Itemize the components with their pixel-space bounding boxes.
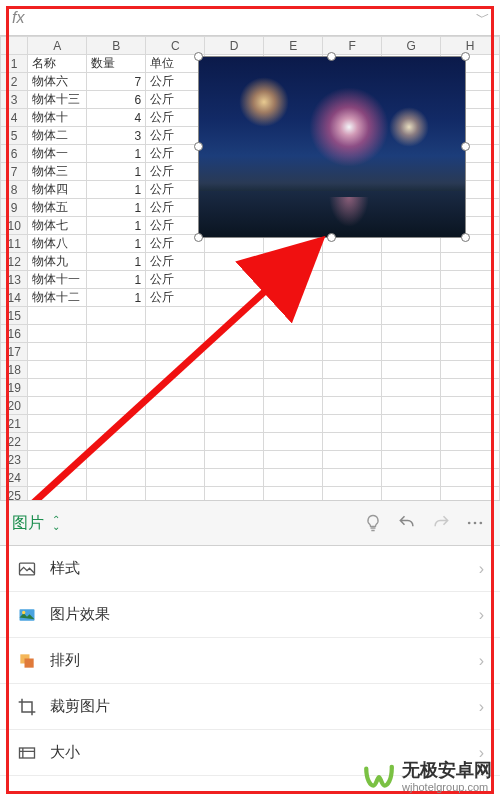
- cell[interactable]: [28, 343, 87, 361]
- menu-item-crop[interactable]: 裁剪图片 ›: [0, 684, 500, 730]
- col-header[interactable]: A: [28, 37, 87, 55]
- row-header[interactable]: 16: [1, 325, 28, 343]
- cell[interactable]: [87, 307, 146, 325]
- cell[interactable]: [205, 433, 264, 451]
- cell[interactable]: [87, 451, 146, 469]
- cell[interactable]: [205, 469, 264, 487]
- cell[interactable]: [441, 289, 500, 307]
- cell[interactable]: [146, 307, 205, 325]
- cell[interactable]: [441, 469, 500, 487]
- cell[interactable]: [264, 253, 323, 271]
- row-header[interactable]: 6: [1, 145, 28, 163]
- resize-handle[interactable]: [327, 233, 336, 242]
- cell[interactable]: [87, 361, 146, 379]
- row-header[interactable]: 14: [1, 289, 28, 307]
- cell[interactable]: 物体七: [28, 217, 87, 235]
- resize-handle[interactable]: [194, 52, 203, 61]
- cell[interactable]: 1: [87, 145, 146, 163]
- cell[interactable]: [28, 433, 87, 451]
- undo-icon[interactable]: [394, 510, 420, 536]
- cell[interactable]: 物体四: [28, 181, 87, 199]
- cell[interactable]: [323, 361, 382, 379]
- cell[interactable]: 1: [87, 181, 146, 199]
- cell[interactable]: [205, 451, 264, 469]
- formula-bar[interactable]: fx ﹀: [0, 0, 500, 36]
- cell[interactable]: 物体一: [28, 145, 87, 163]
- cell[interactable]: [264, 271, 323, 289]
- cell[interactable]: 1: [87, 235, 146, 253]
- cell[interactable]: 公斤: [146, 163, 205, 181]
- cell[interactable]: [382, 469, 441, 487]
- more-icon[interactable]: [462, 510, 488, 536]
- cell[interactable]: [441, 433, 500, 451]
- cell[interactable]: [264, 343, 323, 361]
- cell[interactable]: 1: [87, 163, 146, 181]
- row-header[interactable]: 15: [1, 307, 28, 325]
- cell[interactable]: [382, 253, 441, 271]
- cell[interactable]: [87, 397, 146, 415]
- cell[interactable]: [382, 415, 441, 433]
- row-header[interactable]: 18: [1, 361, 28, 379]
- cell[interactable]: 物体十一: [28, 271, 87, 289]
- cell[interactable]: [87, 379, 146, 397]
- cell[interactable]: [441, 451, 500, 469]
- spreadsheet-area[interactable]: A B C D E F G H 1名称数量单位2物体六7公斤3物体十三6公斤4物…: [0, 36, 500, 500]
- cell[interactable]: [382, 379, 441, 397]
- cell[interactable]: [323, 397, 382, 415]
- cell[interactable]: [264, 433, 323, 451]
- cell[interactable]: [441, 397, 500, 415]
- cell[interactable]: [28, 469, 87, 487]
- cell[interactable]: [146, 451, 205, 469]
- cell[interactable]: 物体十二: [28, 289, 87, 307]
- tab-selector-icon[interactable]: ⌃⌄: [52, 516, 60, 530]
- cell[interactable]: [87, 325, 146, 343]
- cell[interactable]: [205, 415, 264, 433]
- cell[interactable]: [441, 379, 500, 397]
- cell[interactable]: [323, 487, 382, 501]
- cell[interactable]: [28, 397, 87, 415]
- cell[interactable]: [264, 379, 323, 397]
- cell[interactable]: [323, 469, 382, 487]
- row-header[interactable]: 8: [1, 181, 28, 199]
- row-header[interactable]: 13: [1, 271, 28, 289]
- row-header[interactable]: 9: [1, 199, 28, 217]
- row-header[interactable]: 10: [1, 217, 28, 235]
- cell[interactable]: [323, 451, 382, 469]
- cell[interactable]: [205, 487, 264, 501]
- row-header[interactable]: 3: [1, 91, 28, 109]
- resize-handle[interactable]: [194, 233, 203, 242]
- cell[interactable]: [205, 253, 264, 271]
- col-header[interactable]: H: [441, 37, 500, 55]
- cell[interactable]: 公斤: [146, 91, 205, 109]
- cell[interactable]: [382, 433, 441, 451]
- cell[interactable]: [205, 271, 264, 289]
- cell[interactable]: [87, 433, 146, 451]
- cell[interactable]: [441, 361, 500, 379]
- cell[interactable]: 物体八: [28, 235, 87, 253]
- row-header[interactable]: 17: [1, 343, 28, 361]
- cell[interactable]: 公斤: [146, 199, 205, 217]
- cell[interactable]: [323, 379, 382, 397]
- row-header[interactable]: 21: [1, 415, 28, 433]
- cell[interactable]: 3: [87, 127, 146, 145]
- cell[interactable]: [205, 397, 264, 415]
- cell[interactable]: 1: [87, 271, 146, 289]
- cell[interactable]: [87, 415, 146, 433]
- cell[interactable]: [146, 361, 205, 379]
- row-header[interactable]: 4: [1, 109, 28, 127]
- cell[interactable]: 4: [87, 109, 146, 127]
- cell[interactable]: [382, 343, 441, 361]
- cell[interactable]: [205, 307, 264, 325]
- row-header[interactable]: 1: [1, 55, 28, 73]
- cell[interactable]: [441, 253, 500, 271]
- cell[interactable]: [382, 361, 441, 379]
- cell[interactable]: 公斤: [146, 289, 205, 307]
- cell[interactable]: [28, 379, 87, 397]
- cell[interactable]: [323, 433, 382, 451]
- cell[interactable]: [382, 451, 441, 469]
- cell[interactable]: [146, 415, 205, 433]
- cell[interactable]: [441, 415, 500, 433]
- cell[interactable]: [441, 325, 500, 343]
- cell[interactable]: 数量: [87, 55, 146, 73]
- cell[interactable]: [441, 307, 500, 325]
